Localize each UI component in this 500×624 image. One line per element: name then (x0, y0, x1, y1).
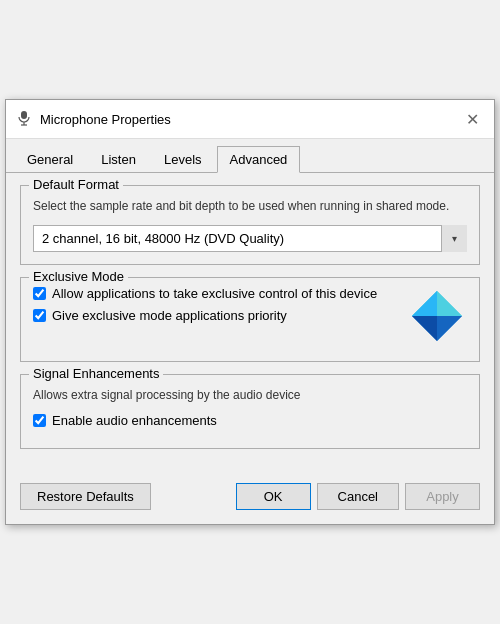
exclusive-priority-checkbox[interactable] (33, 309, 46, 322)
exclusive-mode-label: Exclusive Mode (29, 269, 128, 284)
svg-marker-8 (412, 291, 437, 316)
exclusive-mode-group: Exclusive Mode Allow applications to tak… (20, 277, 480, 362)
default-format-group: Default Format Select the sample rate an… (20, 185, 480, 265)
title-bar: Microphone Properties ✕ (6, 100, 494, 139)
exclusive-priority-label: Give exclusive mode applications priorit… (52, 308, 287, 325)
audio-enhancements-label: Enable audio enhancements (52, 413, 217, 430)
tab-content: Default Format Select the sample rate an… (6, 173, 494, 473)
footer: Restore Defaults OK Cancel Apply (6, 473, 494, 524)
tab-levels[interactable]: Levels (151, 146, 215, 173)
restore-defaults-button[interactable]: Restore Defaults (20, 483, 151, 510)
footer-buttons: OK Cancel Apply (236, 483, 480, 510)
signal-enhancements-group: Signal Enhancements Allows extra signal … (20, 374, 480, 450)
signal-enhancements-description: Allows extra signal processing by the au… (33, 387, 467, 404)
default-format-label: Default Format (29, 177, 123, 192)
exclusive-mode-layout: Allow applications to take exclusive con… (33, 286, 467, 349)
default-format-description: Select the sample rate and bit depth to … (33, 198, 467, 215)
exclusive-control-checkbox[interactable] (33, 287, 46, 300)
exclusive-control-label: Allow applications to take exclusive con… (52, 286, 377, 303)
sample-rate-dropdown[interactable]: 1 channel, 16 bit, 44100 Hz (CD Quality)… (33, 225, 467, 252)
exclusive-priority-row: Give exclusive mode applications priorit… (33, 308, 407, 325)
svg-marker-9 (412, 316, 437, 341)
audio-enhancements-checkbox[interactable] (33, 414, 46, 427)
signal-enhancements-label: Signal Enhancements (29, 366, 163, 381)
window-title: Microphone Properties (40, 112, 171, 127)
close-button[interactable]: ✕ (460, 108, 484, 132)
sample-rate-dropdown-container: 1 channel, 16 bit, 44100 Hz (CD Quality)… (33, 225, 467, 252)
svg-rect-0 (21, 111, 27, 119)
tab-general[interactable]: General (14, 146, 86, 173)
window: Microphone Properties ✕ General Listen L… (5, 99, 495, 525)
tab-advanced[interactable]: Advanced (217, 146, 301, 173)
windows-logo (407, 286, 467, 349)
svg-marker-7 (437, 291, 462, 316)
tab-bar: General Listen Levels Advanced (6, 139, 494, 173)
ok-button[interactable]: OK (236, 483, 311, 510)
exclusive-control-row: Allow applications to take exclusive con… (33, 286, 407, 303)
apply-button[interactable]: Apply (405, 483, 480, 510)
svg-marker-10 (437, 316, 462, 341)
title-bar-left: Microphone Properties (16, 110, 171, 129)
exclusive-mode-checks: Allow applications to take exclusive con… (33, 286, 407, 332)
audio-enhancements-row: Enable audio enhancements (33, 413, 467, 430)
tab-listen[interactable]: Listen (88, 146, 149, 173)
cancel-button[interactable]: Cancel (317, 483, 399, 510)
microphone-icon (16, 110, 32, 129)
